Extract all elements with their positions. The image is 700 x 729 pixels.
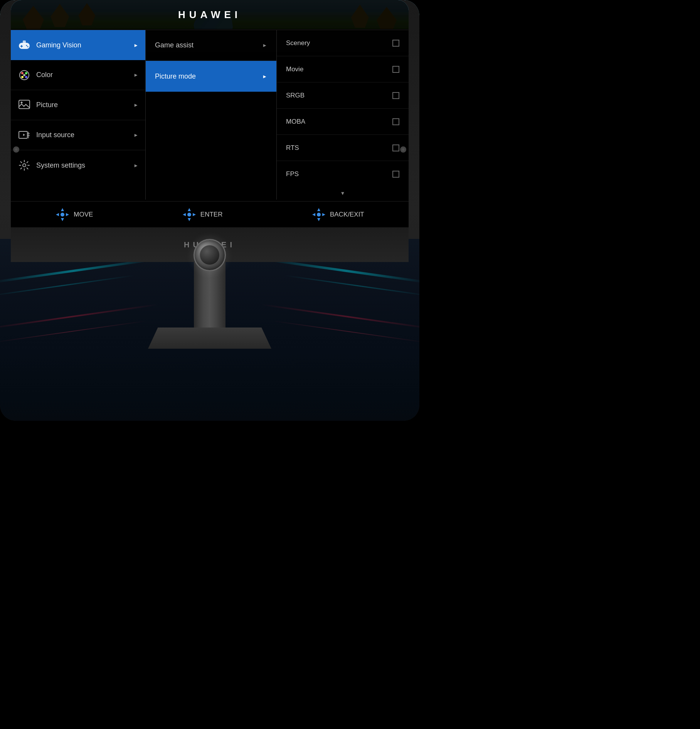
menu-container: Gaming Vision ► Color ► — [11, 30, 409, 200]
movie-label: Movie — [286, 66, 392, 73]
svg-marker-21 — [188, 208, 191, 211]
picture-arrow: ► — [133, 102, 138, 108]
mid-item-game-assist[interactable]: Game assist ► — [146, 30, 276, 61]
scroll-down-indicator: ▼ — [277, 187, 409, 199]
enter-label: ENTER — [200, 211, 223, 218]
nav-back: BACK/EXIT — [311, 207, 364, 222]
monitor-stand-base — [148, 328, 271, 349]
sidebar-item-color[interactable]: Color ► — [11, 60, 145, 90]
sidebar-item-picture[interactable]: Picture ► — [11, 90, 145, 120]
picture-icon — [18, 99, 31, 112]
svg-point-9 — [25, 76, 27, 78]
srgb-label: SRGB — [286, 92, 392, 99]
svg-point-8 — [25, 72, 27, 74]
fps-label: FPS — [286, 170, 392, 178]
side-button-right[interactable] — [400, 146, 406, 153]
svg-marker-24 — [193, 213, 196, 216]
svg-rect-12 — [19, 100, 30, 109]
sidebar-item-input-source[interactable]: Input source ► — [11, 120, 145, 150]
back-dpad-icon — [311, 207, 326, 222]
menu-col-mid: Game assist ► Picture mode ► — [146, 30, 277, 200]
svg-point-11 — [23, 74, 25, 76]
move-dpad-icon — [55, 207, 70, 222]
input-icon — [18, 129, 31, 142]
enter-dpad-icon — [182, 207, 197, 222]
center-control-knob[interactable] — [194, 239, 226, 271]
right-item-movie[interactable]: Movie — [277, 56, 409, 82]
huawei-logo: HUAWEI — [178, 9, 241, 21]
svg-marker-28 — [312, 213, 315, 216]
svg-point-13 — [21, 101, 23, 103]
sidebar-item-gaming-vision[interactable]: Gaming Vision ► — [11, 30, 145, 60]
bottom-nav-bar: MOVE ENTER — [11, 201, 409, 227]
svg-point-20 — [61, 213, 64, 217]
menu-col-right: Scenery Movie SRGB MOBA RTS — [277, 30, 409, 200]
huawei-header: HUAWEI — [11, 0, 409, 30]
center-knob-inner — [200, 245, 220, 265]
nav-enter: ENTER — [182, 207, 223, 222]
scenery-label: Scenery — [286, 39, 392, 47]
picture-mode-label: Picture mode — [155, 72, 262, 81]
right-item-srgb[interactable]: SRGB — [277, 82, 409, 109]
svg-marker-29 — [322, 213, 325, 216]
move-label: MOVE — [74, 211, 93, 218]
svg-rect-2 — [20, 46, 23, 47]
svg-point-4 — [27, 46, 29, 47]
svg-point-25 — [187, 213, 191, 217]
side-button-left[interactable] — [13, 146, 19, 153]
moba-label: MOBA — [286, 118, 392, 126]
color-arrow: ► — [133, 72, 138, 78]
svg-marker-26 — [317, 208, 320, 211]
sidebar-item-system-settings[interactable]: System settings ► — [11, 150, 145, 180]
right-item-scenery[interactable]: Scenery — [277, 30, 409, 56]
svg-point-10 — [21, 76, 24, 78]
moba-checkbox[interactable] — [392, 118, 399, 125]
svg-point-7 — [21, 72, 24, 74]
srgb-checkbox[interactable] — [392, 92, 399, 99]
svg-marker-19 — [66, 213, 69, 216]
back-label: BACK/EXIT — [330, 211, 364, 218]
color-label: Color — [36, 71, 133, 79]
input-source-arrow: ► — [133, 132, 138, 138]
menu-col-left: Gaming Vision ► Color ► — [11, 30, 146, 200]
svg-marker-16 — [61, 208, 64, 211]
screen: HUAWEI Gaming Vision ► — [11, 0, 409, 227]
gaming-vision-arrow: ► — [133, 42, 138, 48]
settings-icon — [18, 159, 31, 172]
picture-mode-arrow: ► — [262, 74, 267, 79]
svg-marker-22 — [188, 218, 191, 221]
game-assist-arrow: ► — [262, 42, 267, 48]
right-item-rts[interactable]: RTS — [277, 135, 409, 161]
mid-item-picture-mode[interactable]: Picture mode ► — [146, 61, 276, 92]
right-item-fps[interactable]: FPS — [277, 161, 409, 187]
svg-marker-18 — [56, 213, 59, 216]
rts-checkbox[interactable] — [392, 144, 399, 151]
gaming-vision-label: Gaming Vision — [36, 41, 133, 49]
nav-move: MOVE — [55, 207, 93, 222]
game-assist-label: Game assist — [155, 41, 262, 49]
right-item-moba[interactable]: MOBA — [277, 109, 409, 135]
gamepad-icon — [18, 39, 31, 52]
svg-marker-27 — [317, 218, 320, 221]
system-settings-arrow: ► — [133, 163, 138, 168]
system-settings-label: System settings — [36, 161, 133, 170]
rts-label: RTS — [286, 144, 392, 152]
scenery-checkbox[interactable] — [392, 40, 399, 47]
svg-rect-5 — [23, 40, 26, 44]
fps-checkbox[interactable] — [392, 171, 399, 178]
svg-point-3 — [26, 45, 27, 46]
movie-checkbox[interactable] — [392, 66, 399, 73]
input-source-label: Input source — [36, 131, 133, 139]
palette-icon — [18, 69, 31, 82]
picture-label: Picture — [36, 101, 133, 109]
svg-point-30 — [317, 213, 321, 217]
svg-marker-23 — [183, 213, 186, 216]
svg-point-15 — [23, 164, 26, 167]
svg-marker-17 — [61, 218, 64, 221]
